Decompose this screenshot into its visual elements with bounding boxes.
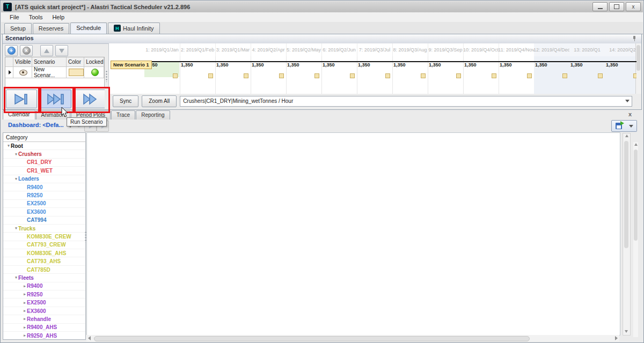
timeline-scrollbar[interactable] xyxy=(635,43,641,94)
move-up-button[interactable] xyxy=(40,45,53,56)
expander-icon[interactable]: ▾ xyxy=(14,152,18,156)
timeline-period-header[interactable]: 12: 2019/Q4/Dec xyxy=(534,43,570,56)
expander-icon[interactable]: ▾ xyxy=(6,144,11,148)
tree-item-cat793_crew[interactable]: CAT793_CREW xyxy=(3,241,85,249)
delete-scenario-button[interactable]: × xyxy=(20,45,33,56)
menu-help[interactable]: Help xyxy=(48,13,69,21)
tree-item-kom830e_crew[interactable]: KOM830E_CREW xyxy=(3,233,85,241)
metric-dropdown[interactable]: Crushers|CR1_DRY|Mining_wetTonnes / Hour xyxy=(180,96,632,107)
expander-icon[interactable]: ▸ xyxy=(23,317,27,321)
expander-icon[interactable]: ▸ xyxy=(23,325,27,330)
scroll-right-icon[interactable] xyxy=(615,336,618,340)
eye-icon[interactable] xyxy=(19,70,27,76)
timeline-period-header[interactable]: 4: 2019/Q2/Apr xyxy=(251,43,287,56)
timeline-period-header[interactable]: 6: 2019/Q2/Jun xyxy=(321,43,357,56)
sync-button[interactable]: Sync xyxy=(113,95,138,107)
close-button[interactable]: x xyxy=(626,2,641,11)
timeline-period-header[interactable]: 3: 2019/Q1/Mar xyxy=(215,43,251,56)
color-swatch[interactable] xyxy=(69,69,84,76)
add-scenario-button[interactable]: + xyxy=(5,45,18,56)
move-down-button[interactable] xyxy=(55,45,68,56)
tab-schedule[interactable]: Schedule xyxy=(70,23,107,34)
timeline-period-header[interactable]: 7: 2019/Q3/Jul xyxy=(357,43,393,56)
tab-trace[interactable]: Trace xyxy=(111,110,135,120)
timeline-scroll-thumb[interactable] xyxy=(636,45,640,71)
tree-item-cr1_dry[interactable]: CR1_DRY xyxy=(3,159,85,167)
tree-scroll-thumb[interactable] xyxy=(634,150,638,241)
tree-item-label: Crushers xyxy=(18,151,42,157)
tree-item-r9400_ahs[interactable]: ▸R9400_AHS xyxy=(3,324,85,332)
tree-scrollbar[interactable] xyxy=(633,142,638,337)
maximize-button[interactable] xyxy=(609,2,624,11)
pin-icon[interactable] xyxy=(632,36,637,41)
scenario-row[interactable]: New Scenar... xyxy=(5,67,104,78)
visible-cell[interactable] xyxy=(13,67,32,78)
expander-icon[interactable]: ▸ xyxy=(23,333,27,338)
timeline-period-header[interactable]: 1: 2019/Q1/Jan xyxy=(144,43,180,56)
tree-item-loaders[interactable]: ▾Loaders xyxy=(3,175,85,183)
tree-item-r9400[interactable]: ▸R9400 xyxy=(3,282,85,290)
tree-item-crushers[interactable]: ▾Crushers xyxy=(3,150,85,158)
tree-item-r9250[interactable]: ▸R9250 xyxy=(3,290,85,299)
dashboard-selector[interactable]: Dashboard: <Defa... xyxy=(8,122,64,128)
tab-setup[interactable]: Setup xyxy=(4,23,32,34)
tree-item-cr1_wet[interactable]: CR1_WET xyxy=(3,167,85,175)
timeline-period-header[interactable]: 5: 2019/Q2/May xyxy=(286,43,322,56)
scenario-name-cell[interactable]: New Scenar... xyxy=(32,67,67,78)
timeline-period-header[interactable]: 10: 2019/Q4/Oct xyxy=(463,43,499,56)
timeline-row-label[interactable]: New Scenario 1 xyxy=(111,61,152,69)
tree-item-ex2500[interactable]: ▸EX2500 xyxy=(3,299,85,307)
expander-icon[interactable]: ▸ xyxy=(23,284,27,288)
grid-vertical-scrollbar[interactable] xyxy=(623,133,631,335)
expander-icon[interactable]: ▾ xyxy=(14,177,18,181)
expander-icon[interactable]: ▸ xyxy=(23,301,27,305)
color-cell[interactable] xyxy=(67,67,84,78)
menu-file[interactable]: File xyxy=(5,13,24,21)
grid-hscroll-thumb[interactable] xyxy=(94,336,530,341)
expander-icon[interactable]: ▸ xyxy=(23,309,27,313)
tab-reserves[interactable]: Reserves xyxy=(33,23,69,34)
scenario-timeline[interactable]: 1: 2019/Q1/Jan1,3502: 2019/Q1/Feb1,3503:… xyxy=(108,43,636,94)
timeline-period-header[interactable]: 14: 2020/Q2 xyxy=(605,43,636,56)
menu-tools[interactable]: Tools xyxy=(25,13,47,21)
grid-horizontal-scrollbar[interactable] xyxy=(86,335,619,341)
tab-haul-infinity[interactable]: HHaul Infinity xyxy=(108,23,159,34)
scroll-up-icon[interactable] xyxy=(625,135,628,137)
tree-item-ex3600[interactable]: ▸EX3600 xyxy=(3,307,85,315)
zoom-all-button[interactable]: Zoom All xyxy=(142,95,177,107)
grid-vscroll-thumb[interactable] xyxy=(624,141,628,248)
category-header[interactable]: Category xyxy=(3,133,85,142)
export-dropdown-button[interactable] xyxy=(626,120,637,132)
expander-icon[interactable]: ▸ xyxy=(23,292,27,296)
tree-item-fleets[interactable]: ▾Fleets xyxy=(3,274,85,282)
scroll-down-icon[interactable] xyxy=(625,330,628,333)
tree-item-trucks[interactable]: ▾Trucks xyxy=(3,225,85,233)
tree-item-cat994[interactable]: CAT994 xyxy=(3,217,85,225)
timeline-period-header[interactable]: 2: 2019/Q1/Feb xyxy=(180,43,216,56)
timeline-period-header[interactable]: 11: 2019/Q4/Nov xyxy=(499,43,535,56)
expander-icon[interactable]: ▾ xyxy=(14,226,18,230)
tab-reporting[interactable]: Reporting xyxy=(136,110,170,120)
scroll-left-icon[interactable] xyxy=(88,336,91,340)
title-bar[interactable]: T [ATS quick start project*] - Alastri T… xyxy=(1,1,643,12)
tree-item-ex3600[interactable]: EX3600 xyxy=(3,208,85,216)
export-button[interactable] xyxy=(611,120,626,132)
timeline-period-header[interactable]: 13: 2020/Q1 xyxy=(569,43,605,56)
locked-cell[interactable] xyxy=(84,67,104,78)
tree-item-rehandle[interactable]: ▸Rehandle xyxy=(3,315,85,323)
tree-item-ex2500[interactable]: EX2500 xyxy=(3,200,85,208)
timeline-period-header[interactable]: 9: 2019/Q3/Sep xyxy=(428,43,464,56)
locked-indicator-icon[interactable] xyxy=(91,69,99,76)
tree-item-r9400[interactable]: R9400 xyxy=(3,183,85,191)
tree-item-r9250[interactable]: R9250 xyxy=(3,191,85,199)
tree-item-r9250_ahs[interactable]: ▸R9250_AHS xyxy=(3,332,85,340)
tree-item-kom830e_ahs[interactable]: KOM830E_AHS xyxy=(3,249,85,257)
timeline-period-header[interactable]: 8: 2019/Q3/Aug xyxy=(392,43,428,56)
scroll-up-icon[interactable] xyxy=(634,143,638,146)
minimize-button[interactable] xyxy=(592,2,608,11)
panel-close-icon[interactable]: x xyxy=(628,111,632,117)
tree-item-cat785d[interactable]: CAT785D xyxy=(3,266,85,274)
expander-icon[interactable]: ▾ xyxy=(14,275,18,280)
tree-item-cat793_ahs[interactable]: CAT793_AHS xyxy=(3,257,85,265)
tree-item-root[interactable]: ▾Root xyxy=(3,142,85,150)
